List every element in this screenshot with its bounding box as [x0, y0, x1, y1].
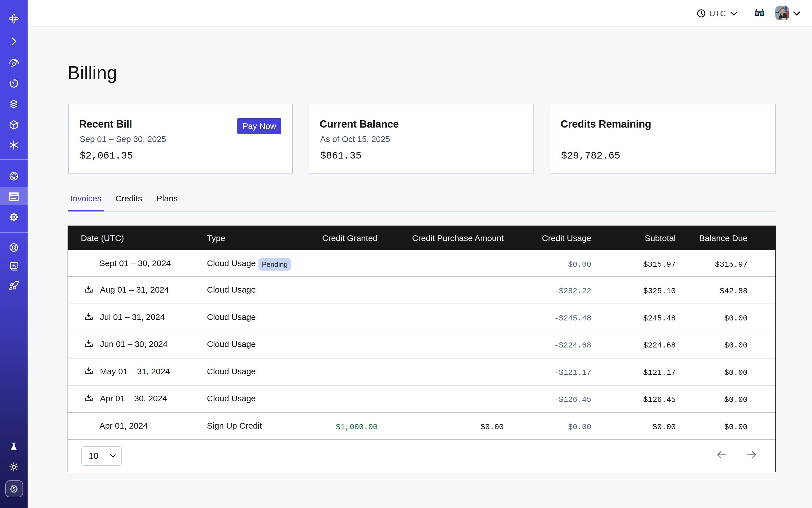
svg-text:$: $	[13, 486, 15, 492]
